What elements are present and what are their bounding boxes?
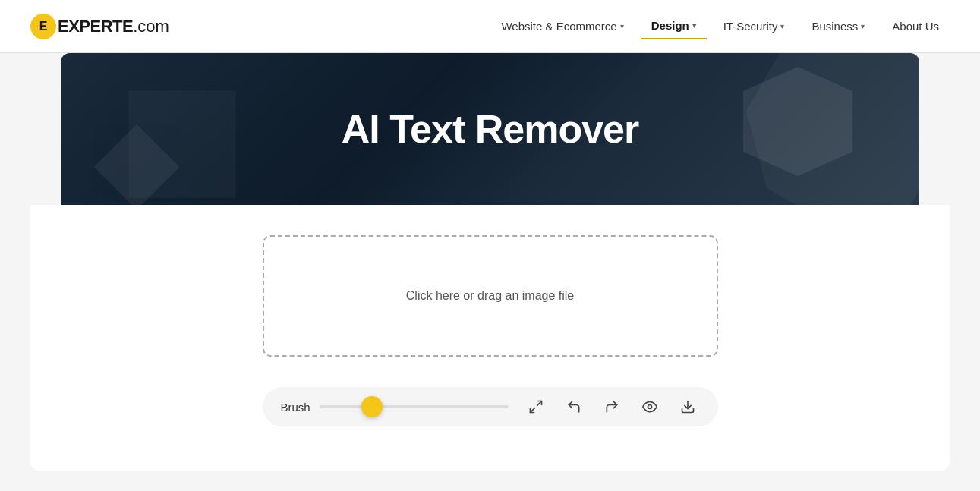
svg-line-3 bbox=[537, 401, 541, 406]
slider-thumb[interactable] bbox=[361, 396, 383, 417]
nav-item-it-security[interactable]: IT-Security ▾ bbox=[713, 14, 796, 39]
toolbar-actions bbox=[524, 395, 700, 419]
expand-icon[interactable] bbox=[524, 395, 548, 419]
nav-item-website-ecommerce[interactable]: Website & Ecommerce ▾ bbox=[490, 14, 634, 39]
nav-item-design[interactable]: Design ▾ bbox=[641, 13, 707, 39]
nav-item-about[interactable]: About Us bbox=[881, 14, 950, 39]
brush-label: Brush bbox=[281, 401, 310, 414]
brush-controls: Brush bbox=[281, 401, 509, 414]
image-dropzone[interactable]: Click here or drag an image file bbox=[263, 235, 718, 357]
svg-marker-2 bbox=[94, 124, 180, 205]
chevron-down-icon: ▾ bbox=[861, 22, 865, 30]
logo-domain: .com bbox=[133, 17, 169, 36]
header: E EXPERTE .com Website & Ecommerce ▾ Des… bbox=[0, 0, 980, 53]
undo-icon[interactable] bbox=[562, 395, 586, 419]
logo[interactable]: E EXPERTE .com bbox=[30, 14, 169, 39]
svg-line-4 bbox=[530, 408, 534, 413]
brush-slider[interactable] bbox=[320, 405, 509, 408]
logo-brand: EXPERTE bbox=[58, 17, 133, 36]
logo-letter: E bbox=[39, 20, 48, 33]
nav-item-business[interactable]: Business ▾ bbox=[801, 14, 875, 39]
dropzone-label: Click here or drag an image file bbox=[406, 289, 574, 303]
hero-decoration-2 bbox=[91, 121, 182, 205]
slider-track bbox=[320, 405, 509, 408]
logo-icon: E bbox=[30, 14, 56, 39]
hero-decoration-1 bbox=[737, 61, 859, 182]
chevron-down-icon: ▾ bbox=[780, 22, 784, 30]
chevron-down-icon: ▾ bbox=[692, 21, 696, 30]
page-title: AI Text Remover bbox=[342, 106, 639, 152]
redo-icon[interactable] bbox=[600, 395, 624, 419]
main-nav: Website & Ecommerce ▾ Design ▾ IT-Securi… bbox=[490, 13, 950, 39]
svg-point-5 bbox=[648, 405, 651, 409]
download-icon[interactable] bbox=[676, 395, 700, 419]
toolbar: Brush bbox=[263, 387, 718, 426]
hero-banner: AI Text Remover bbox=[61, 53, 919, 205]
main-content: Click here or drag an image file Brush bbox=[30, 205, 950, 471]
svg-marker-0 bbox=[743, 67, 852, 176]
chevron-down-icon: ▾ bbox=[620, 22, 624, 30]
eye-icon[interactable] bbox=[638, 395, 662, 419]
